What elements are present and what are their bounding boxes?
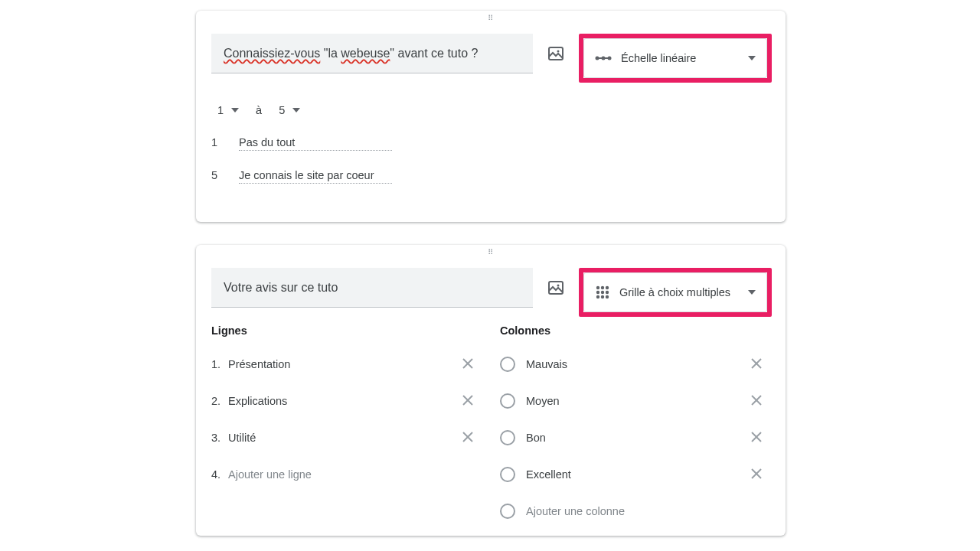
- svg-point-10: [606, 286, 609, 289]
- grid-cols-column: Colonnes Mauvais Moyen Bon Excellent: [500, 324, 766, 530]
- svg-point-14: [596, 295, 599, 298]
- remove-col-button[interactable]: [747, 428, 766, 448]
- annotation-highlight: Grille à choix multiples: [579, 268, 772, 317]
- question-type-label: Échelle linéaire: [621, 52, 696, 64]
- image-icon: [547, 279, 565, 297]
- close-icon: [750, 394, 763, 406]
- rows-header: Lignes: [211, 324, 477, 337]
- grid-col-item[interactable]: Moyen: [500, 383, 766, 419]
- grid-rows-column: Lignes 1. Présentation 2. Explications 3…: [211, 324, 477, 530]
- radio-icon: [500, 430, 515, 445]
- question-title-input[interactable]: Connaissiez-vous "la webeuse" avant ce t…: [211, 34, 533, 73]
- remove-col-button[interactable]: [747, 354, 766, 375]
- linear-scale-icon: [595, 54, 612, 62]
- close-icon: [750, 431, 763, 443]
- grid-row-item[interactable]: 3. Utilité: [211, 419, 477, 456]
- caret-down-icon: [231, 108, 239, 112]
- svg-point-16: [606, 295, 609, 298]
- close-icon: [462, 357, 474, 370]
- grid-col-item[interactable]: Bon: [500, 419, 766, 456]
- grid-col-item[interactable]: Mauvais: [500, 346, 766, 383]
- question-card-grid: ⠿ Votre avis sur ce tuto Grille à choix …: [196, 245, 786, 536]
- image-icon: [547, 44, 565, 63]
- drag-handle-icon[interactable]: ⠿: [196, 245, 786, 257]
- remove-col-button[interactable]: [747, 391, 766, 412]
- radio-icon: [500, 504, 515, 519]
- remove-row-button[interactable]: [459, 428, 477, 448]
- grid-icon: [595, 285, 610, 300]
- radio-icon: [500, 357, 515, 372]
- spellcheck-word: Connaissiez-vous: [224, 47, 320, 60]
- question-type-label: Grille à choix multiples: [619, 286, 730, 298]
- close-icon: [462, 431, 474, 443]
- drag-handle-icon[interactable]: ⠿: [196, 11, 786, 23]
- svg-point-1: [557, 51, 560, 53]
- svg-point-9: [601, 286, 604, 289]
- cols-header: Colonnes: [500, 324, 766, 337]
- add-row-button[interactable]: 4. Ajouter une ligne: [211, 456, 477, 493]
- scale-min-number: 1: [211, 136, 222, 148]
- close-icon: [462, 394, 474, 406]
- caret-down-icon: [292, 108, 300, 112]
- svg-point-8: [596, 286, 599, 289]
- question-card-linear-scale: ⠿ Connaissiez-vous "la webeuse" avant ce…: [196, 11, 786, 222]
- svg-point-7: [557, 285, 560, 287]
- scale-to-select[interactable]: 5: [279, 104, 300, 116]
- radio-icon: [500, 393, 515, 409]
- question-type-select[interactable]: Échelle linéaire: [583, 38, 767, 78]
- remove-row-button[interactable]: [459, 391, 477, 412]
- scale-min-label-input[interactable]: Pas du tout: [239, 135, 392, 151]
- question-type-select[interactable]: Grille à choix multiples: [583, 272, 767, 312]
- caret-down-icon: [748, 290, 756, 295]
- grid-row-item[interactable]: 2. Explications: [211, 383, 477, 419]
- scale-separator: à: [256, 104, 262, 116]
- add-image-button[interactable]: [547, 277, 565, 298]
- question-title-input[interactable]: Votre avis sur ce tuto: [211, 268, 533, 308]
- annotation-highlight: Échelle linéaire: [579, 34, 772, 83]
- svg-point-12: [601, 291, 604, 294]
- scale-max-number: 5: [211, 169, 222, 181]
- grid-row-item[interactable]: 1. Présentation: [211, 346, 477, 383]
- close-icon: [750, 468, 763, 480]
- caret-down-icon: [748, 56, 756, 60]
- scale-max-label-input[interactable]: Je connais le site par coeur: [239, 168, 392, 184]
- svg-point-15: [601, 295, 604, 298]
- radio-icon: [500, 467, 515, 482]
- add-col-button[interactable]: Ajouter une colonne: [500, 493, 766, 530]
- remove-col-button[interactable]: [747, 465, 766, 485]
- svg-point-11: [596, 291, 599, 294]
- scale-from-select[interactable]: 1: [217, 104, 239, 116]
- remove-row-button[interactable]: [459, 354, 477, 375]
- close-icon: [750, 357, 763, 370]
- grid-col-item[interactable]: Excellent: [500, 456, 766, 493]
- add-image-button[interactable]: [547, 43, 565, 64]
- spellcheck-word: webeuse: [341, 47, 390, 60]
- svg-point-13: [606, 291, 609, 294]
